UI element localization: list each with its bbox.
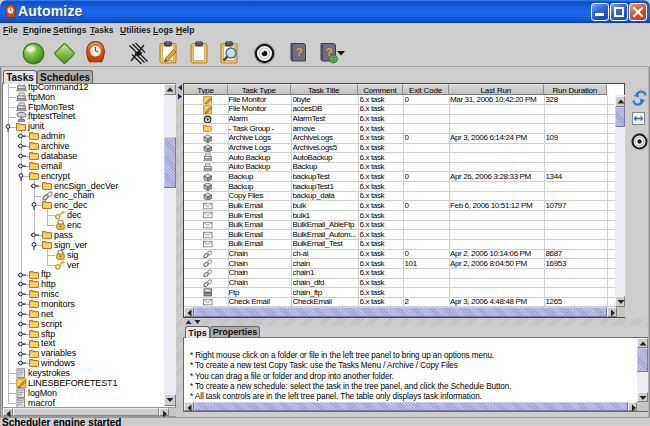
svg-text:?: ? (296, 46, 303, 58)
